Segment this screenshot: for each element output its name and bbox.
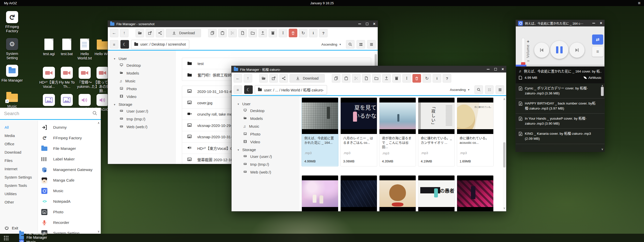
file-card[interactable]: 命に嫌われている。_ カンザキイオリ ....mp3 4.19MB: [418, 97, 455, 166]
new-file-button[interactable]: [362, 74, 371, 83]
rename-button[interactable]: I: [279, 29, 287, 37]
desktop-icon[interactable]: [43, 38, 55, 50]
window-title-bar[interactable]: File Manager - 柘榴-zakuro- ×: [232, 66, 506, 73]
tree-section-header[interactable]: ▾Storage: [238, 148, 300, 152]
desktop-icon[interactable]: [61, 67, 73, 79]
list-view-button[interactable]: [496, 85, 504, 94]
open-button[interactable]: [136, 29, 144, 37]
app-item-notepada[interactable]: <>NotepadA: [38, 196, 101, 207]
download-button[interactable]: Download: [166, 29, 201, 37]
file-card[interactable]: 妄想感傷代償連盟: [418, 175, 455, 211]
taskbar-item-file-manager[interactable]: File Manager: [19, 231, 59, 235]
new-folder-button[interactable]: [248, 29, 257, 37]
desktop-icon[interactable]: [43, 94, 55, 106]
desktop-icon[interactable]: [79, 67, 91, 79]
desktop-icon[interactable]: [79, 38, 91, 50]
desktop-icon[interactable]: ⚙: [6, 38, 18, 50]
sidebar-item-user-user-[interactable]: User (user:/): [243, 154, 300, 159]
file-card[interactable]: 夢と葉桜 _ 青木月: [379, 175, 416, 211]
rename-button[interactable]: I: [402, 74, 411, 83]
sidebar-item-tmp-tmp-[interactable]: tmp (tmp:/): [119, 117, 176, 121]
sidebar-item-models[interactable]: Models: [119, 71, 176, 76]
desktop-icon[interactable]: ↻: [6, 11, 18, 23]
tree-section-header[interactable]: ▾Storage: [114, 102, 176, 107]
close-button[interactable]: ×: [373, 22, 375, 26]
progress-bar[interactable]: [516, 65, 604, 66]
dark-mode-toggle[interactable]: ☾: [120, 40, 129, 49]
playlist-menu-button[interactable]: ≡: [592, 47, 603, 57]
sidebar-item-photo[interactable]: Photo: [119, 87, 176, 91]
app-item-label-maker[interactable]: Label Maker: [38, 154, 101, 164]
back-button[interactable]: ←: [110, 29, 118, 37]
cut-button[interactable]: [228, 29, 237, 37]
app-item-photo[interactable]: Photo: [38, 207, 101, 217]
music-player-window[interactable]: 例えば、今此処に置かれた花に _ 164 c⋯ × + Volume − ⇄ ≡…: [516, 20, 605, 152]
category-files[interactable]: Files: [0, 156, 38, 165]
menu-button[interactable]: ≡: [110, 40, 118, 49]
external-button[interactable]: [269, 74, 278, 83]
file-card[interactable]: 幽霊東京 _ Ayase: [457, 175, 494, 211]
open-button[interactable]: [259, 74, 268, 83]
archive-button[interactable]: [269, 29, 277, 37]
cut-button[interactable]: [352, 74, 361, 83]
grid-view-button[interactable]: [357, 40, 365, 49]
close-button[interactable]: ×: [600, 21, 602, 25]
sidebar-item-desktop[interactable]: Desktop: [243, 109, 300, 113]
upload-button[interactable]: [259, 29, 267, 37]
share-button[interactable]: [156, 29, 164, 37]
tree-section-header[interactable]: ▾User: [238, 102, 300, 106]
minimize-button[interactable]: [592, 23, 595, 23]
pause-button[interactable]: [550, 41, 568, 59]
menu-button[interactable]: ≡: [234, 85, 242, 94]
info-button[interactable]: i: [309, 29, 317, 37]
desktop-icon[interactable]: [6, 65, 18, 77]
path-bar[interactable]: user: / ... / Hello World / 柘榴-zakuro-: [255, 85, 327, 94]
app-item-management-gateway[interactable]: Management Gateway: [38, 164, 101, 175]
archive-button[interactable]: [392, 74, 401, 83]
file-card[interactable]: 毒 _ HarryP cover: [340, 175, 377, 211]
taskbar-item-music[interactable]: Music: [19, 239, 59, 242]
delete-button[interactable]: [412, 74, 421, 83]
sidebar-item-photo[interactable]: Photo: [243, 132, 300, 136]
list-view-button[interactable]: [367, 40, 376, 49]
app-list-scrollbar[interactable]: ∧ ∨: [97, 121, 100, 233]
app-item-manga-cafe[interactable]: Manga Cafe: [38, 175, 101, 186]
desktop-icon[interactable]: ↗: [6, 91, 18, 103]
app-drawer-button[interactable]: [4, 235, 9, 240]
next-track-button[interactable]: [569, 43, 585, 58]
minimize-button[interactable]: [487, 69, 490, 70]
file-card[interactable]: 八月のレイニー _ はるまきごはん co....mp3 3.06MB: [340, 97, 377, 166]
app-item-file-manager[interactable]: File Manager: [38, 143, 101, 154]
playlist-item[interactable]: In Your Hands _ yusukeP cover. by 柘榴-zak…: [516, 114, 604, 129]
taskbar-item-file-manager[interactable]: File Manager: [19, 235, 59, 239]
category-utilities[interactable]: Utilities: [0, 190, 38, 198]
category-internet[interactable]: Internet: [0, 165, 38, 173]
tree-section-header[interactable]: ▾User: [114, 56, 176, 61]
volume-up-label[interactable]: +: [527, 39, 529, 44]
app-item-ffmpeg-factory[interactable]: ↻FFmpeg Factory: [38, 133, 101, 143]
app-item-recorder[interactable]: Recorder: [38, 217, 101, 228]
desktop-icon[interactable]: [61, 38, 73, 50]
category-all[interactable]: All: [0, 123, 38, 131]
delete-button[interactable]: [289, 29, 297, 37]
copy-button[interactable]: [208, 29, 217, 37]
maximize-button[interactable]: [366, 23, 368, 25]
playlist-item[interactable]: Cynic _ ポリスピカデリー cover. by 柘榴-zakuro-.mp…: [516, 83, 604, 98]
search-input[interactable]: [4, 111, 92, 117]
refresh-button[interactable]: ↻: [299, 29, 307, 37]
exit-button[interactable]: Exit: [5, 226, 18, 230]
desktop-icon[interactable]: [96, 38, 109, 50]
copy-button[interactable]: [332, 74, 340, 83]
share-button[interactable]: [279, 74, 288, 83]
file-manager-window-zakuro[interactable]: File Manager - 柘榴-zakuro- × ←↑DownloadI↻…: [231, 66, 506, 212]
app-item-music[interactable]: Music: [38, 186, 101, 196]
repeat-button[interactable]: ⇄: [592, 34, 603, 45]
new-file-button[interactable]: [238, 29, 247, 37]
category-other[interactable]: Other: [0, 198, 38, 206]
sidebar-item-music[interactable]: ♫Music: [119, 79, 176, 83]
sidebar-item-user-user-[interactable]: User (user:/): [119, 109, 176, 114]
desktop-icon[interactable]: [96, 94, 109, 106]
category-system-tools[interactable]: System Tools: [0, 181, 38, 190]
sidebar-item-video[interactable]: Video: [243, 140, 300, 144]
download-button[interactable]: Download: [289, 74, 325, 83]
